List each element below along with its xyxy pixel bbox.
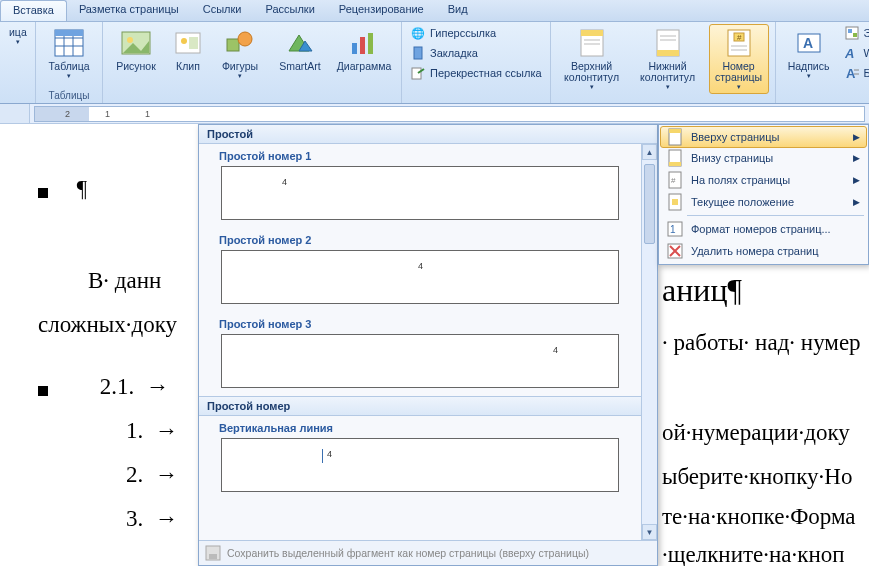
tab-vstavka[interactable]: Вставка: [0, 0, 67, 21]
chevron-right-icon: ▶: [853, 153, 860, 163]
scroll-up-icon[interactable]: ▲: [642, 144, 657, 160]
tab-razmetka[interactable]: Разметка страницы: [67, 0, 191, 21]
svg-point-7: [127, 37, 133, 43]
page-bottom-icon: [665, 149, 685, 167]
textbox-button[interactable]: A Надпись ▾: [782, 24, 836, 83]
scrollbar-thumb[interactable]: [644, 164, 655, 244]
header-button[interactable]: Верхний колонтитул ▾: [557, 24, 627, 94]
format-numbers-icon: 1: [665, 220, 685, 238]
submenu-label: Формат номеров страниц...: [691, 223, 831, 235]
page-number-button[interactable]: # Номер страницы ▾: [709, 24, 769, 94]
chevron-right-icon: ▶: [853, 197, 860, 207]
tab-retsenz[interactable]: Рецензирование: [327, 0, 436, 21]
gallery-scrollbar[interactable]: ▲ ▼: [641, 144, 657, 540]
current-position-icon: [665, 193, 685, 211]
submenu-top-of-page[interactable]: Вверху страницы ▶: [660, 126, 867, 148]
submenu-label: Вверху страницы: [691, 131, 779, 143]
svg-text:#: #: [737, 33, 742, 42]
submenu-bottom-of-page[interactable]: Внизу страницы ▶: [661, 147, 866, 169]
shapes-label: Фигуры: [222, 61, 258, 72]
submenu-label: На полях страницы: [691, 174, 790, 186]
save-selection-icon: [205, 545, 221, 561]
page-preview: 4: [221, 334, 619, 388]
list-number: 3.: [126, 506, 143, 531]
gallery-item-1[interactable]: Простой номер 1 4: [199, 144, 657, 228]
shapes-button[interactable]: Фигуры ▾: [213, 24, 267, 83]
table-label: Таблица: [48, 61, 89, 72]
chart-button[interactable]: Диаграмма: [333, 24, 395, 75]
clip-icon: [172, 27, 204, 59]
pages-button-partial[interactable]: ица ▾: [6, 24, 30, 49]
gallery-item-title: Простой номер 1: [219, 150, 649, 162]
table-icon: [53, 27, 85, 59]
header-icon: [576, 27, 608, 59]
quickparts-button[interactable]: Экспресс-б: [842, 24, 869, 42]
hyperlink-label: Гиперссылка: [430, 27, 496, 39]
tab-arrow: →: [146, 374, 169, 399]
gallery-item-2[interactable]: Простой номер 2 4: [199, 228, 657, 312]
tab-arrow: →: [155, 418, 178, 443]
svg-rect-45: [669, 129, 681, 133]
bookmark-icon: [410, 45, 426, 61]
gallery-item-title: Простой номер 2: [219, 234, 649, 246]
dropcap-button[interactable]: A Буквица ▾: [842, 64, 869, 82]
chart-icon: [348, 27, 380, 59]
svg-rect-11: [227, 39, 239, 51]
svg-rect-19: [412, 68, 421, 79]
bookmark-button[interactable]: Закладка: [408, 44, 544, 62]
tab-ssylki[interactable]: Ссылки: [191, 0, 254, 21]
crossref-button[interactable]: Перекрестная ссылка: [408, 64, 544, 82]
hyperlink-button[interactable]: 🌐 Гиперссылка: [408, 24, 544, 42]
gallery-item-4[interactable]: Вертикальная линия 4: [199, 416, 657, 500]
svg-rect-47: [669, 162, 681, 166]
page-number-label: Номер страницы: [712, 61, 766, 83]
footer-icon: [652, 27, 684, 59]
wordart-button[interactable]: A WordArt: [842, 44, 869, 62]
tab-rassylki[interactable]: Рассылки: [253, 0, 326, 21]
svg-point-9: [181, 38, 187, 44]
submenu-current-position[interactable]: Текущее положение ▶: [661, 191, 866, 213]
clip-button[interactable]: Клип: [169, 24, 207, 75]
crossref-icon: [410, 65, 426, 81]
svg-text:1: 1: [670, 224, 676, 235]
crossref-label: Перекрестная ссылка: [430, 67, 542, 79]
svg-rect-51: [672, 199, 678, 205]
page-preview: 4: [221, 166, 619, 220]
page-preview: 4: [221, 438, 619, 492]
submenu-page-margins[interactable]: # На полях страницы ▶: [661, 169, 866, 191]
svg-rect-5: [55, 30, 83, 36]
submenu-remove-numbers[interactable]: Удалить номера страниц: [661, 240, 866, 262]
wordart-label: WordArt: [864, 47, 869, 59]
svg-text:#: #: [671, 176, 676, 185]
gallery-item-title: Простой номер 3: [219, 318, 649, 330]
globe-link-icon: 🌐: [410, 25, 426, 41]
footer-button[interactable]: Нижний колонтитул ▾: [633, 24, 703, 94]
preview-page-number: 4: [418, 261, 423, 271]
chevron-down-icon: ▾: [16, 38, 20, 46]
footer-label: Нижний колонтитул: [636, 61, 700, 83]
bullet-icon: [38, 386, 48, 396]
bullet-icon: [38, 188, 48, 198]
tab-arrow: →: [155, 506, 178, 531]
tab-vid[interactable]: Вид: [436, 0, 480, 21]
ribbon-tabs: Вставка Разметка страницы Ссылки Рассылк…: [0, 0, 869, 22]
page-number-gallery: Простой Простой номер 1 4 Простой номер …: [198, 124, 658, 566]
document-area[interactable]: ¶ В· данн сложных·доку 2.1. → 1. → 2. → …: [0, 124, 869, 566]
smartart-button[interactable]: SmartArt: [273, 24, 327, 75]
quickparts-label: Экспресс-б: [864, 27, 869, 39]
ruler-tick: 1: [105, 109, 110, 119]
horizontal-ruler[interactable]: 1 2 1: [34, 106, 865, 122]
svg-rect-21: [581, 30, 603, 36]
table-button[interactable]: Таблица ▾: [42, 24, 96, 83]
ruler-tick: 1: [145, 109, 150, 119]
shapes-icon: [224, 27, 256, 59]
gallery-item-3[interactable]: Простой номер 3 4: [199, 312, 657, 396]
preview-page-number: 4: [553, 345, 558, 355]
submenu-format-numbers[interactable]: 1 Формат номеров страниц...: [661, 218, 866, 240]
picture-button[interactable]: Рисунок: [109, 24, 163, 75]
chevron-down-icon: ▾: [737, 83, 741, 91]
scroll-down-icon[interactable]: ▼: [642, 524, 657, 540]
svg-text:A: A: [803, 35, 813, 51]
svg-text:A: A: [846, 66, 856, 80]
svg-rect-18: [414, 47, 422, 59]
